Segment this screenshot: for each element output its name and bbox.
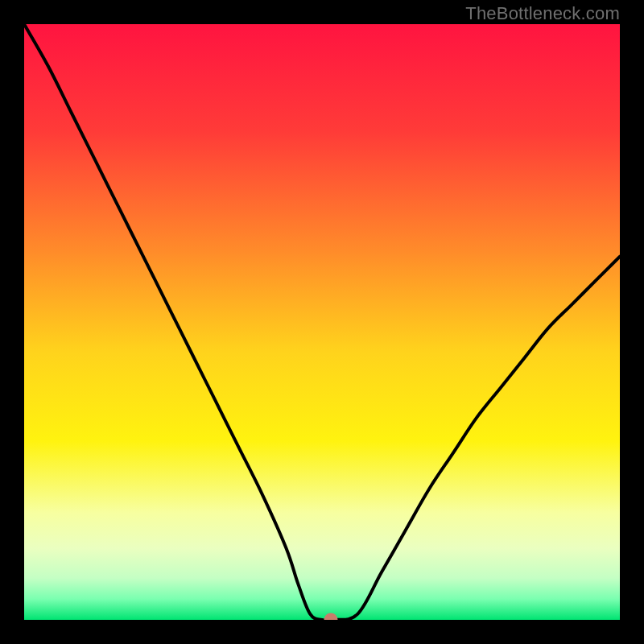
- bottleneck-curve: [24, 24, 620, 620]
- curve-layer: [24, 24, 620, 620]
- watermark-text: TheBottleneck.com: [465, 3, 620, 24]
- plot-area: [24, 24, 620, 620]
- chart-frame: TheBottleneck.com: [0, 0, 644, 644]
